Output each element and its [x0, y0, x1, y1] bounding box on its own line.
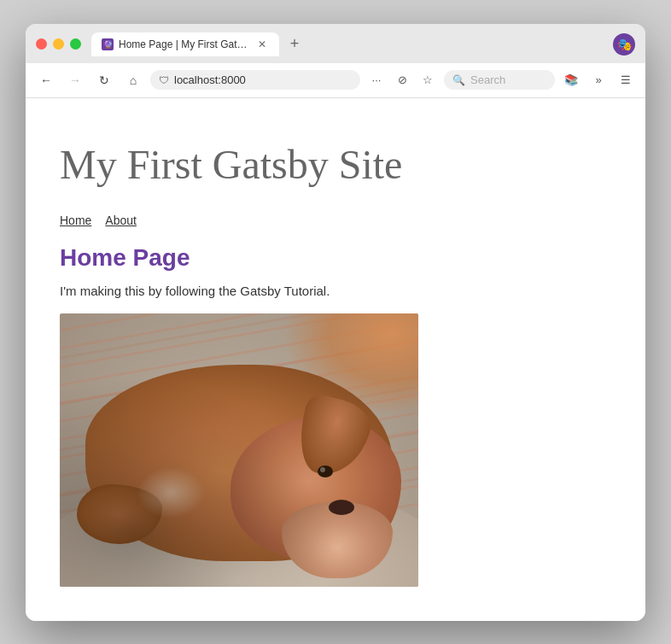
page-heading: Home Page: [60, 244, 611, 272]
browser-profile[interactable]: 🎭: [613, 33, 635, 56]
site-title: My First Gatsby Site: [60, 141, 611, 188]
active-tab[interactable]: 🔮 Home Page | My First Gatsby Site ✕: [91, 32, 279, 56]
home-button[interactable]: ⌂: [121, 68, 145, 92]
minimize-button[interactable]: [53, 38, 64, 50]
page-content: My First Gatsby Site Home About Home Pag…: [26, 98, 645, 621]
new-tab-button[interactable]: +: [283, 32, 306, 56]
url-text: localhost:8000: [174, 73, 352, 86]
address-bar[interactable]: 🛡 localhost:8000: [150, 70, 360, 90]
tab-title: Home Page | My First Gatsby Site: [119, 38, 250, 50]
back-button[interactable]: ←: [34, 68, 58, 92]
tab-favicon: 🔮: [102, 38, 114, 50]
tab-close-button[interactable]: ✕: [255, 38, 269, 51]
search-placeholder: Search: [470, 73, 505, 86]
title-bar: 🔮 Home Page | My First Gatsby Site ✕ + 🎭: [26, 24, 645, 63]
window-controls: [36, 38, 81, 50]
more-button[interactable]: ···: [365, 69, 388, 91]
nav-extra-icons: ··· ⊘ ☆: [365, 69, 439, 91]
nav-link-home[interactable]: Home: [60, 214, 91, 227]
dog-illustration: [60, 313, 418, 587]
page-nav: Home About: [60, 214, 611, 227]
dog-image: [60, 313, 418, 587]
menu-button[interactable]: ☰: [615, 69, 637, 91]
security-icon: 🛡: [159, 74, 169, 86]
maximize-button[interactable]: [70, 38, 81, 50]
search-bar[interactable]: 🔍 Search: [444, 70, 555, 90]
pocket-button[interactable]: ⊘: [391, 69, 413, 91]
search-icon: 🔍: [452, 74, 465, 86]
close-button[interactable]: [36, 38, 47, 50]
tabs-row: 🔮 Home Page | My First Gatsby Site ✕ +: [91, 32, 613, 56]
forward-button[interactable]: →: [63, 68, 87, 92]
nav-bar: ← → ↻ ⌂ 🛡 localhost:8000 ··· ⊘ ☆ 🔍 Searc…: [26, 63, 645, 98]
nav-link-about[interactable]: About: [105, 214, 137, 227]
page-description: I'm making this by following the Gatsby …: [60, 284, 611, 298]
bookmark-button[interactable]: ☆: [417, 69, 439, 91]
browser-window: 🔮 Home Page | My First Gatsby Site ✕ + 🎭…: [26, 24, 645, 621]
reload-button[interactable]: ↻: [92, 68, 116, 92]
library-button[interactable]: 📚: [560, 69, 582, 91]
extensions-button[interactable]: »: [587, 69, 610, 91]
